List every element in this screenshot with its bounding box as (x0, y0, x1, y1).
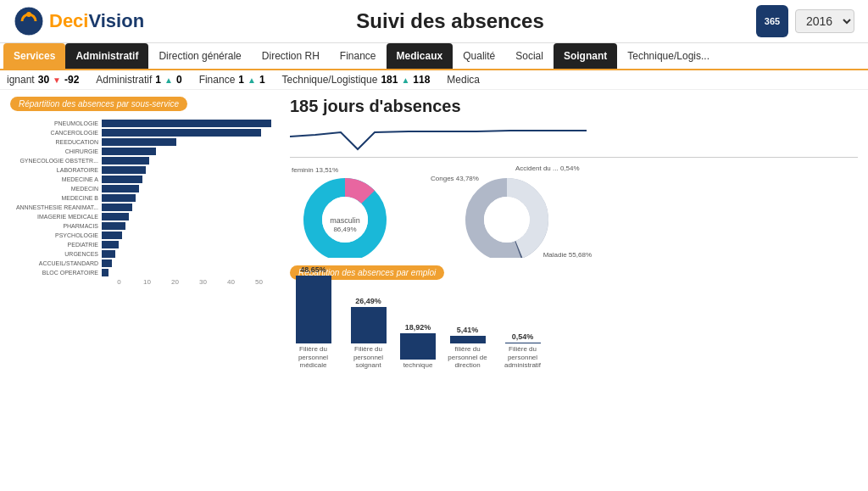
bar-row: PHARMACIS (10, 222, 273, 230)
bar-fill (102, 120, 271, 127)
bar-track (102, 259, 273, 267)
x-tick: 30 (189, 278, 217, 286)
ticker-item: Technique/Logistique181▲118 (282, 74, 431, 86)
bar-row: URGENCES (10, 250, 273, 258)
bar-track (102, 269, 273, 276)
bar2-pct: 18,92% (405, 323, 431, 332)
bar2-pct: 5,41% (457, 326, 479, 334)
bar2-pct: 26,49% (355, 297, 381, 305)
bar-row: PSYCHOLOGIE (10, 232, 273, 239)
bar-row: BLOC OPERATOIRE (10, 269, 273, 276)
bar-row: PEDIATRIE (10, 241, 273, 248)
bar-track (102, 204, 273, 211)
bar-track (102, 213, 273, 220)
bar-chart: PNEUMOLOGIECANCEROLOGIEREEDUCATIONCHIRUR… (10, 120, 273, 276)
svg-point-1 (26, 12, 31, 17)
bar-track (102, 157, 273, 165)
bar2-xlab: Filière du personnel médicale (290, 345, 337, 370)
svg-point-0 (14, 7, 43, 36)
bar2-xlab: technique (403, 361, 433, 370)
bar-row: GYNECOLOGIE OBSTETR... (10, 157, 273, 165)
bar-fill (102, 138, 176, 146)
bar-fill (102, 222, 125, 230)
x-tick: 50 (245, 278, 273, 286)
app-header: DeciVision Suivi des absences 365 2016 2… (0, 0, 868, 43)
logo-icon (14, 6, 44, 36)
bar-fill (102, 176, 142, 183)
bar-track (102, 250, 273, 258)
bar2-bar (400, 333, 436, 360)
page-title: Suivi des absences (356, 9, 543, 33)
sparkline-svg (290, 120, 587, 158)
bar2-col: 48,65%Filière du personnel médicale (290, 265, 337, 370)
bar-row: MEDECINE A (10, 176, 273, 183)
year-dropdown[interactable]: 2016 2015 2017 (795, 9, 854, 33)
donuts-row: masculin 86,49% feminin 13,51% Accident … (290, 165, 858, 260)
nav-tab[interactable]: Qualité (453, 43, 505, 69)
bar-row: CHIRURGIE (10, 148, 273, 155)
bar-row: PNEUMOLOGIE (10, 120, 273, 127)
nav-tab[interactable]: Services (3, 43, 65, 69)
nav-tab[interactable]: Direction générale (148, 43, 251, 69)
bar-track (102, 166, 273, 174)
bar2-xlab: filière du personnel de direction (444, 345, 491, 370)
bar-label: URGENCES (10, 251, 102, 257)
bar2-pct: 48,65% (300, 265, 326, 274)
nav-tab[interactable]: Direction RH (252, 43, 330, 69)
bar-row: MEDECINE B (10, 194, 273, 202)
bar2-bar (505, 343, 541, 343)
bar-track (102, 129, 273, 137)
svg-text:masculin: masculin (330, 216, 360, 225)
bar-label: LABORATOIRE (10, 167, 102, 173)
bar-label: MEDECINE A (10, 176, 102, 182)
bar-fill (102, 213, 129, 220)
bar-fill (102, 129, 261, 137)
bar2-chart: 48,65%Filière du personnel médicale26,49… (290, 285, 858, 370)
bar-row: ANNNESTHESIE REANIMAT... (10, 204, 273, 211)
ticker-item: Finance1▲1 (199, 74, 265, 86)
conges-label: Conges 43,78% (431, 175, 479, 182)
bar-label: CANCEROLOGIE (10, 130, 102, 136)
calendar-label: 365 (765, 16, 780, 26)
bar-fill (102, 157, 149, 165)
bar-track (102, 194, 273, 202)
bar-fill (102, 232, 122, 239)
feminin-label: feminin 13,51% (292, 166, 338, 174)
bar-track (102, 232, 273, 239)
bar-fill (102, 241, 119, 248)
svg-point-10 (484, 197, 530, 243)
bar-label: GYNECOLOGIE OBSTETR... (10, 158, 102, 164)
nav-tab[interactable]: Soignant (554, 43, 617, 69)
nav-tab[interactable]: Administratif (65, 43, 148, 69)
main-content: Répartition des absences par sous-servic… (0, 90, 868, 446)
maladie-label: Maladie 55,68% (543, 251, 592, 259)
nav-tab[interactable]: Technique/Logis... (617, 43, 720, 69)
bar-row: MEDECIN (10, 185, 273, 192)
bar-fill (102, 204, 132, 211)
logo-text: DeciVision (49, 10, 144, 32)
bar2-col: 26,49%Filière du personnel soignant (345, 297, 392, 370)
right-panel: 185 jours d'absences masculin (280, 90, 868, 446)
x-axis: 01020304050 (105, 278, 273, 286)
bar-fill (102, 250, 115, 258)
bar-track (102, 176, 273, 183)
left-section-label: Répartition des absences par sous-servic… (10, 97, 187, 111)
bar-label: PHARMACIS (10, 223, 102, 229)
ticker-item: Medica (447, 74, 487, 86)
bar-fill (102, 194, 136, 202)
x-tick: 20 (161, 278, 189, 286)
nav-tab[interactable]: Finance (330, 43, 387, 69)
x-tick: 0 (105, 278, 133, 286)
bar-track (102, 185, 273, 192)
ticker-item: ignant30▼-92 (7, 74, 79, 86)
bar-label: MEDECINE B (10, 195, 102, 201)
nav-tab[interactable]: Medicaux (387, 43, 453, 69)
nav-tab[interactable]: Social (505, 43, 554, 69)
bar-fill (102, 166, 146, 174)
gender-donut-wrapper: masculin 86,49% feminin 13,51% (290, 165, 426, 260)
bar-label: ANNNESTHESIE REANIMAT... (10, 204, 102, 210)
bar2-pct: 0,54% (512, 332, 534, 341)
nav-tabs: ServicesAdministratifDirection généraleD… (0, 43, 868, 70)
ticker-item: Administratif1▲0 (96, 74, 181, 86)
bar-label: PSYCHOLOGIE (10, 232, 102, 238)
